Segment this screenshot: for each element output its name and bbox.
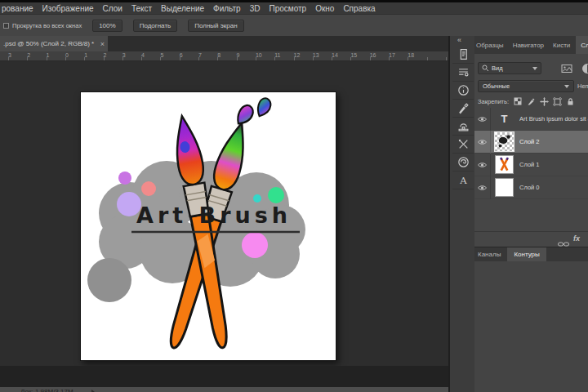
layer-thumbnail[interactable] [495,132,514,151]
tab-Навигатор[interactable]: Навигатор [513,42,544,49]
brush-lock-icon[interactable] [527,97,536,106]
layer-name: Слой 0 [519,184,540,191]
svg-text:А: А [460,175,467,186]
zoom-100-button[interactable]: 100% [92,20,122,32]
paint-dot [268,187,284,203]
menu-item-Выделение[interactable]: Выделение [161,4,204,13]
right-panels: ОбразцыНавигаторКистиСлои Вид [474,36,588,392]
ruler-number: 15 [350,52,357,58]
info-icon[interactable] [452,82,474,100]
tool-options-bar: Прокрутка во всех окнах 100% Подогнать П… [0,14,588,36]
filter-pixel-layers-icon[interactable] [561,63,572,78]
panel-tab-row: ОбразцыНавигаторКистиСлои [474,36,588,54]
chevron-down-icon [532,67,537,70]
layer-visibility-toggle[interactable] [474,154,491,176]
logo-text-group: Art Brush [131,203,300,232]
paint-drops [234,96,273,127]
menu-item-Справка[interactable]: Справка [343,4,375,13]
lock-all-icon[interactable] [566,97,575,106]
adjustment-filter-icon[interactable] [582,64,588,74]
document-tab-bar: .psd @ 50% (Слой 2, RGB/8) * × [0,36,449,51]
layer-visibility-toggle[interactable] [474,108,491,131]
menu-bar: рованиеИзображениеСлоиТекстВыделениеФиль… [0,2,588,14]
menu-item-Текст[interactable]: Текст [131,4,152,13]
ruler-number: 11 [274,52,280,58]
ruler-number: 1 [47,52,50,58]
menu-item-рование[interactable]: рование [2,4,33,13]
text-layer-icon: T [495,109,514,128]
close-tab-icon[interactable]: × [100,40,105,48]
tool-presets-icon[interactable] [452,136,474,154]
blend-mode-row: Обычные Непрозрачность [474,80,588,93]
tab-channels[interactable]: Каналы [478,251,501,258]
ruler-number: 2 [27,52,30,58]
blend-mode-select[interactable]: Обычные [478,80,574,92]
ruler-number: 18 [408,52,414,58]
layers-list: TArt Brush ipsum dolor sit am...аСлой 2С… [474,108,588,230]
paint-dot [141,181,156,196]
ruler-number: 2 [104,52,107,58]
transparency-lock-icon[interactable] [514,97,523,106]
document-tab[interactable]: .psd @ 50% (Слой 2, RGB/8) * × [0,36,108,51]
menu-item-Слои[interactable]: Слои [103,4,122,13]
menu-item-Изображение[interactable]: Изображение [42,4,94,13]
ruler-number: 4 [141,52,145,58]
artwork-logo: Art Brush [81,92,337,362]
expand-panels-icon[interactable]: « [457,36,461,44]
photoshop-window: рованиеИзображениеСлоиТекстВыделениеФиль… [0,0,588,392]
tab-Образцы[interactable]: Образцы [476,42,504,49]
full-screen-button[interactable]: Полный экран [188,20,243,32]
menu-item-Фильтр[interactable]: Фильтр [213,4,241,13]
tab-paths[interactable]: Контуры [507,247,546,261]
layer-row[interactable]: Слой 2 [474,131,588,154]
layer-thumbnail[interactable] [495,155,514,174]
layer-effects-icon[interactable]: fx [573,234,580,243]
canvas[interactable]: Art Brush [80,91,336,361]
layer-name: Art Brush ipsum dolor sit am...а [519,115,588,122]
document-size-info: Док: 1,98М/3,17М [20,388,74,392]
character-icon[interactable]: А [452,172,474,189]
ruler-number: 16 [370,52,376,58]
fit-screen-button[interactable]: Подогнать [133,20,178,32]
ruler-number: 17 [389,52,395,58]
menu-item-Окно[interactable]: Окно [315,4,334,13]
paint-dot [118,172,131,185]
position-lock-icon[interactable] [540,97,549,106]
ruler-number: 14 [332,52,338,58]
ruler-number: 7 [198,52,202,58]
layer-visibility-toggle[interactable] [474,131,491,154]
history-icon[interactable] [452,46,474,64]
layer-thumbnail[interactable] [495,178,514,197]
brush-icon[interactable] [452,100,474,118]
ruler-number: 3 [122,52,126,58]
panel-icon-strip: « А [448,36,474,392]
tab-Кисти[interactable]: Кисти [553,42,570,49]
brush-settings-icon[interactable] [452,64,474,82]
clone-source-icon[interactable] [452,118,474,136]
lock-row: Закрепить: [474,96,588,108]
layer-row[interactable]: Слой 1 [474,154,588,176]
paint-dot [242,232,268,258]
layer-filter-kind-value: Вид [492,65,503,72]
logo-text: Art Brush [136,203,292,228]
ruler-number: 9 [237,52,240,58]
artboard-lock-icon[interactable] [553,97,562,106]
status-bar: Док: 1,98М/3,17М [0,387,449,392]
layer-filter-row: Вид [474,62,588,75]
tab-Слои[interactable]: Слои [576,36,588,54]
layer-visibility-toggle[interactable] [474,176,491,199]
ruler-number: 5 [160,52,163,58]
layer-row[interactable]: Слой 0 [474,176,588,199]
menu-item-Просмотр[interactable]: Просмотр [269,4,306,13]
gray-blob [87,258,131,302]
layers-bottom-bar: fx [474,231,588,246]
menu-item-3D[interactable]: 3D [250,4,261,13]
lock-label: Закрепить: [478,98,509,105]
scroll-all-windows-checkbox[interactable]: Прокрутка во всех окнах [3,22,82,29]
scroll-all-windows-label: Прокрутка во всех окнах [12,22,82,29]
patterns-icon[interactable] [452,154,474,172]
blend-mode-value: Обычные [483,82,510,90]
layer-row[interactable]: TArt Brush ipsum dolor sit am...а [474,108,588,131]
layer-filter-kind-select[interactable]: Вид [478,62,541,74]
ruler-number: 10 [256,52,262,58]
